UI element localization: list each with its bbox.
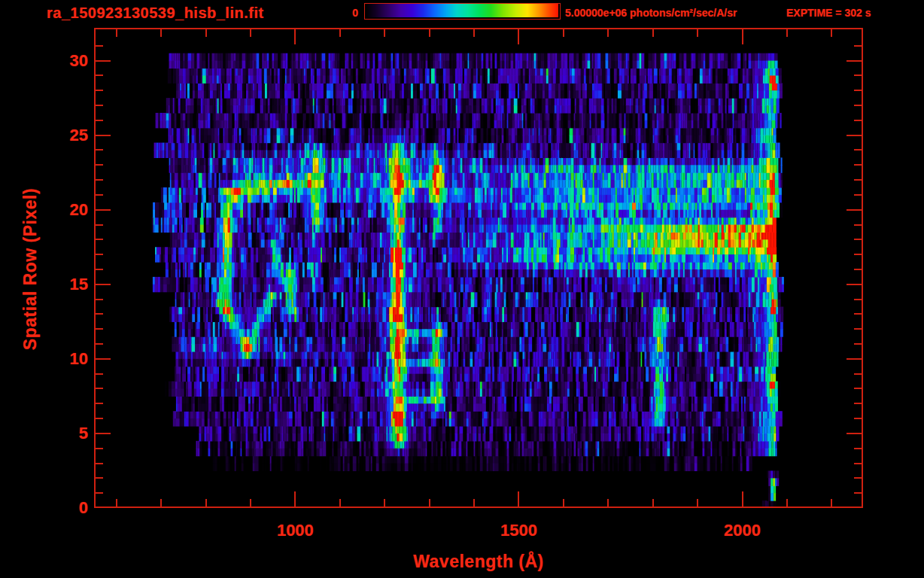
- colorbar-gradient: [365, 4, 558, 17]
- y-tick-label: 25: [38, 126, 88, 144]
- y-tick-label: 5: [38, 424, 88, 443]
- y-tick-label: 0: [38, 499, 88, 517]
- y-axis-label: Spatial Row (Pixel): [20, 181, 41, 358]
- y-tick-label: 30: [38, 52, 88, 70]
- exptime-label: EXPTIME = 302 s: [786, 7, 871, 19]
- colorbar-min-label: 0: [304, 7, 358, 19]
- y-tick-label: 15: [38, 275, 88, 294]
- spectral-heatmap-canvas: [94, 28, 863, 508]
- colorbar-max-label: 5.00000e+06 photons/cm²/sec/A/sr: [565, 7, 737, 19]
- x-tick-label: 1500: [473, 521, 564, 540]
- colorbar: [364, 3, 561, 20]
- y-tick-label: 10: [38, 350, 88, 368]
- x-tick-label: 1000: [250, 521, 340, 540]
- y-tick-label: 20: [38, 201, 88, 219]
- x-tick-label: 2000: [698, 521, 788, 540]
- spectrogram-window: ra_150923130539_hisb_lin.fit 0 5.00000e+…: [0, 0, 924, 578]
- plot-title: ra_150923130539_hisb_lin.fit: [47, 5, 264, 22]
- x-axis-label: Wavelength (Å): [366, 552, 591, 572]
